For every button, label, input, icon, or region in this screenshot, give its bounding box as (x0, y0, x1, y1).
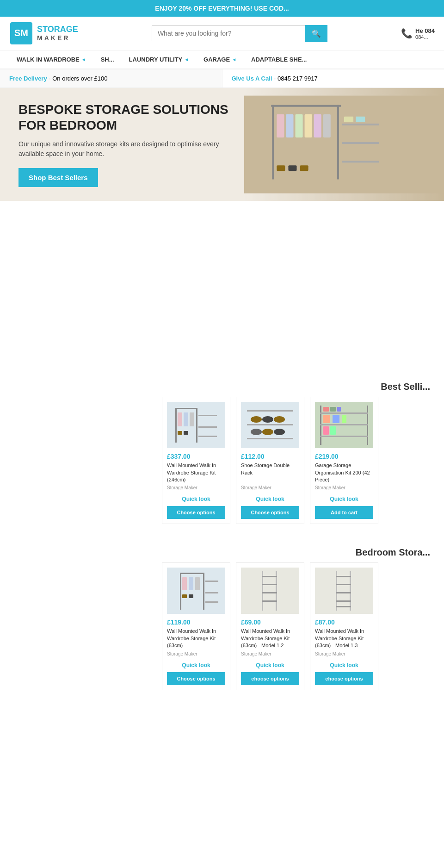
logo-icon: SM (9, 21, 33, 45)
bedroom-wardrobe-svg-1 (168, 569, 224, 613)
info-bar: Free Delivery - On orders over £100 Give… (0, 69, 444, 88)
product-image-3 (315, 402, 373, 448)
svg-rect-79 (336, 584, 351, 585)
svg-rect-82 (336, 606, 351, 607)
svg-rect-24 (178, 412, 182, 426)
bedroom-quick-look-btn-2[interactable]: Quick look (241, 660, 299, 670)
hero-description: Our unique and innovative storage kits a… (18, 139, 242, 159)
svg-point-41 (274, 429, 285, 435)
product-image-2 (241, 402, 299, 448)
hero-wardrobe-visual (244, 88, 444, 201)
svg-rect-5 (271, 105, 341, 107)
svg-rect-48 (323, 407, 329, 412)
logo-line1: STORAGE (37, 25, 78, 34)
svg-rect-59 (180, 573, 204, 574)
product-card-3: £219.00 Garage Storage Organisation Kit … (310, 397, 378, 524)
svg-rect-47 (320, 436, 368, 437)
best-sellers-product-row: £337.00 Wall Mounted Walk In Wardrobe St… (0, 392, 444, 533)
svg-rect-11 (323, 114, 331, 137)
svg-rect-73 (262, 592, 277, 593)
svg-rect-25 (184, 412, 188, 426)
svg-rect-81 (336, 600, 351, 602)
add-to-cart-btn-3[interactable]: Add to cart (315, 506, 373, 519)
svg-rect-63 (182, 594, 187, 598)
svg-point-37 (262, 416, 273, 423)
nav-chevron-laundry: ◄ (184, 57, 189, 62)
svg-rect-64 (189, 594, 193, 598)
bedroom-product-image-2 (241, 568, 299, 614)
search-button[interactable]: 🔍 (305, 25, 327, 42)
svg-rect-53 (342, 415, 346, 423)
nav-item-laundry[interactable]: LAUNDRY UTILITY ◄ (122, 50, 196, 69)
bedroom-product-image-1 (167, 568, 225, 614)
hero-cta-button[interactable]: Shop Best Sellers (18, 168, 98, 187)
nav-item-garage[interactable]: GARAGE ◄ (196, 50, 244, 69)
svg-rect-6 (277, 114, 284, 137)
svg-rect-49 (330, 407, 336, 412)
svg-rect-80 (336, 592, 351, 593)
delivery-text: - On orders over £100 (49, 75, 107, 82)
product-shoe-svg (242, 403, 298, 447)
svg-rect-78 (336, 576, 351, 577)
svg-rect-52 (333, 415, 339, 423)
svg-rect-19 (356, 117, 365, 122)
bedroom-quick-look-btn-1[interactable]: Quick look (167, 660, 225, 670)
choose-options-btn-1[interactable]: Choose options (167, 506, 225, 519)
svg-rect-35 (247, 438, 293, 439)
bedroom-choose-btn-2[interactable]: choose options (241, 672, 299, 685)
svg-rect-61 (189, 577, 193, 590)
bedroom-product-name-3: Wall Mounted Walk In Wardrobe Storage Ki… (315, 628, 373, 649)
quick-look-btn-1[interactable]: Quick look (167, 494, 225, 504)
svg-rect-18 (344, 117, 353, 122)
bedroom-storage-section: Bedroom Stora... (0, 543, 444, 699)
svg-rect-67 (205, 601, 218, 603)
info-delivery: Free Delivery - On orders over £100 (0, 69, 222, 87)
bedroom-choose-btn-3[interactable]: choose options (315, 672, 373, 685)
best-sellers-section: Best Selli... £ (0, 377, 444, 533)
call-text: - 0845 217 9917 (274, 75, 318, 82)
nav-item-walk-in-wardrobe[interactable]: WALK IN WARDROBE ◄ (9, 50, 93, 69)
svg-rect-4 (337, 105, 339, 180)
product-garage-svg (316, 403, 372, 447)
product-wardrobe-svg (168, 403, 224, 447)
product-card-1: £337.00 Wall Mounted Walk In Wardrobe St… (162, 397, 230, 524)
bedroom-ladder-svg-3 (316, 569, 372, 613)
hero-image (244, 88, 444, 201)
banner-text: ENJOY 20% OFF EVERYTHING! USE COD... (155, 5, 289, 12)
product-brand-3: Storage Maker (315, 485, 373, 490)
bedroom-storage-heading: Bedroom Stora... (0, 543, 444, 558)
bedroom-choose-btn-1[interactable]: Choose options (167, 672, 225, 685)
svg-point-38 (274, 416, 285, 423)
svg-rect-62 (195, 577, 200, 590)
nav-item-adaptable[interactable]: ADAPTABLE SHE... (244, 50, 314, 69)
phone-area: 📞 He 084 084... (401, 27, 435, 40)
header: SM STORAGE MAKER 🔍 📞 He 084 084... (0, 17, 444, 50)
search-area: 🔍 (152, 25, 327, 42)
quick-look-btn-2[interactable]: Quick look (241, 494, 299, 504)
svg-rect-50 (337, 407, 341, 412)
bedroom-product-brand-2: Storage Maker (241, 651, 299, 656)
logo-area[interactable]: SM STORAGE MAKER (9, 21, 78, 45)
search-input[interactable] (152, 25, 305, 41)
bedroom-product-card-1: £119.00 Wall Mounted Walk In Wardrobe St… (162, 562, 230, 690)
choose-options-btn-2[interactable]: Choose options (241, 506, 299, 519)
svg-rect-56 (168, 569, 224, 613)
delivery-highlight: Free Delivery (9, 75, 47, 82)
bedroom-product-price-3: £87.00 (315, 618, 373, 626)
phone-number: 084... (415, 34, 435, 40)
nav-chevron-garage: ◄ (232, 57, 236, 62)
svg-rect-10 (314, 114, 321, 137)
svg-rect-33 (247, 410, 293, 412)
svg-rect-26 (190, 412, 194, 426)
product-name-3: Garage Storage Organisation Kit 200 (42 … (315, 462, 373, 483)
svg-text:SM: SM (14, 28, 28, 38)
info-phone: Give Us A Call - 0845 217 9917 (222, 69, 444, 87)
nav-item-sh[interactable]: SH... (93, 50, 122, 69)
hero-content: BESPOKE STORAGE SOLUTIONS FOR BEDROOM Ou… (18, 102, 242, 187)
svg-rect-74 (262, 600, 277, 602)
quick-look-btn-3[interactable]: Quick look (315, 494, 373, 504)
svg-rect-7 (286, 114, 293, 137)
bedroom-quick-look-btn-3[interactable]: Quick look (315, 660, 373, 670)
svg-rect-54 (323, 426, 329, 435)
svg-rect-16 (288, 165, 296, 171)
